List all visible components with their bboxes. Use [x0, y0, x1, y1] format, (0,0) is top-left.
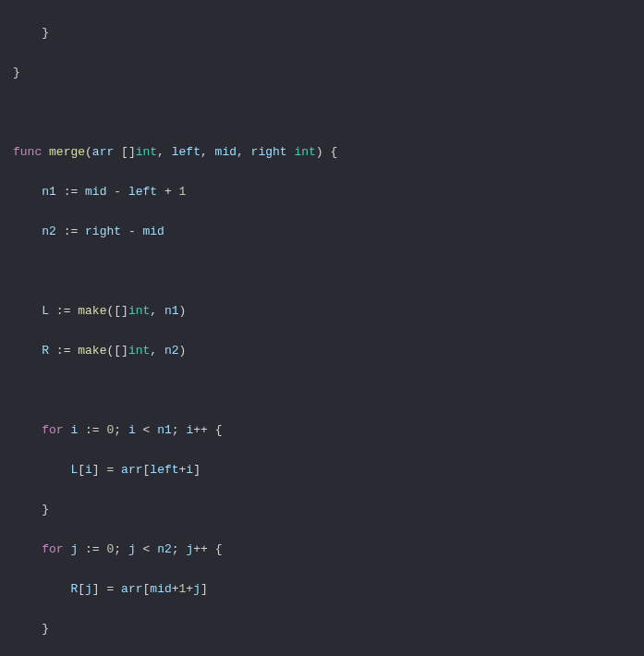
code-line — [13, 103, 644, 123]
code-line: R := make([]int, n2) — [13, 341, 644, 361]
code-line: L[i] = arr[left+i] — [13, 460, 644, 480]
code-editor[interactable]: } } func merge(arr []int, left, mid, rig… — [0, 0, 644, 656]
code-line: } — [13, 619, 644, 639]
code-line: n1 := mid - left + 1 — [13, 182, 644, 202]
code-line: } — [13, 500, 644, 520]
code-line: } — [13, 23, 644, 43]
code-line — [13, 261, 644, 282]
code-line: R[j] = arr[mid+1+j] — [13, 579, 644, 600]
code-line: n2 := right - mid — [13, 222, 644, 242]
code-line: for j := 0; j < n2; j++ { — [13, 540, 644, 560]
code-line: for i := 0; i < n1; i++ { — [13, 420, 644, 441]
code-line: func merge(arr []int, left, mid, right i… — [13, 142, 644, 163]
code-line: } — [13, 63, 644, 83]
code-line — [13, 381, 644, 401]
code-line: L := make([]int, n1) — [13, 301, 644, 322]
